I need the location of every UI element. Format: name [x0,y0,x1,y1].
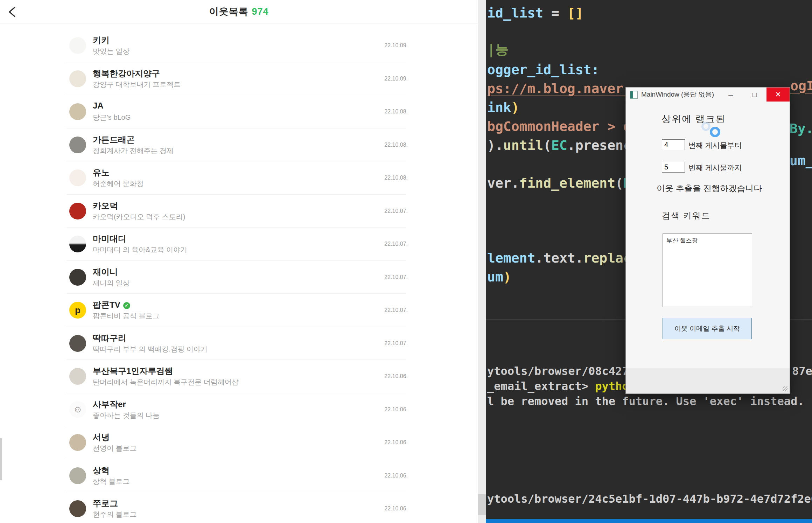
blog-description: 맛있는 일상 [93,47,130,56]
list-item[interactable]: 유노허준헤어 문화청22.10.08. [0,161,478,195]
minimize-button[interactable]: – [723,88,738,102]
list-item[interactable]: 가든드래곤청회계사가 전해주는 경제22.10.08. [0,128,478,162]
code-line: ).until(EC.presenc [487,137,631,153]
blog-description: 상혁 블로그 [93,477,130,486]
avatar [69,103,86,120]
terminal-line: 87eb [792,364,812,378]
blog-name: 쭈로그 [93,498,118,509]
last-post-date: 22.10.09. [384,42,408,49]
verified-badge-icon: ✓ [123,302,130,309]
list-item[interactable]: 재이니재니의 일상22.10.07. [0,261,478,294]
code-line: id_list = [] [487,5,583,21]
avatar [69,368,86,385]
start-email-extract-button[interactable]: 이웃 이메일 추출 시작 [663,318,752,339]
last-post-date: 22.10.06. [384,373,408,379]
code-line: ver.find_element(B [487,175,631,191]
list-title: 이웃목록 [209,6,248,17]
scrollbar-thumb[interactable] [478,494,486,515]
last-post-date: 22.10.06. [384,505,408,512]
window-icon [630,91,638,99]
last-post-date: 22.10.07. [384,208,408,214]
resize-grip-icon[interactable] [783,386,788,391]
last-post-date: 22.10.06. [384,406,408,413]
busy-spinner-icon [710,127,720,137]
blog-description: 당근's bLoG [93,113,131,122]
extract-confirm-text: 이웃 추출을 진행하겠습니다 [657,183,762,194]
maximize-button[interactable]: □ [747,88,762,102]
blog-description: 딱따구리 부부 의 백패킹.캠핑 이야기 [93,344,208,354]
blog-name: 상혁 [93,465,110,476]
code-line: |능 [487,41,509,57]
blog-name: 행복한강아지양구 [93,68,160,79]
code-line: ogI [790,78,812,94]
terminal-line: ytools/browser/24c5e1bf-1d07-447b-b972-4… [487,492,812,506]
avatar: p [69,302,86,319]
blog-name: 재이니 [93,266,118,278]
avatar [69,467,86,484]
list-item[interactable]: 쭈로그현주의 블로그22.10.06. [0,492,478,523]
mainwindow-dialog: MainWindow (응답 없음) – □ ✕ 상위에 랭크된 번째 게시물부… [625,87,790,394]
last-post-date: 22.10.07. [384,241,408,247]
dialog-titlebar[interactable]: MainWindow (응답 없음) – □ ✕ [626,88,790,102]
neighbor-count: 974 [252,6,268,17]
neighbor-list-panel: 이웃목록974 키키맛있는 일상22.10.09.행복한강아지양구강양구 대학보… [0,0,478,523]
blog-description: 허준헤어 문화청 [93,179,144,188]
avatar: ☺ [69,401,86,418]
avatar [69,269,86,286]
neighbor-list: 키키맛있는 일상22.10.09.행복한강아지양구강양구 대학보내기 프로젝트2… [0,29,478,523]
code-line: ogger_id_list: [487,62,599,78]
blog-description: 카오덕(카오디오 덕후 스토리) [93,212,185,222]
terminal-line: ytools/browser/08c427 [487,364,629,378]
close-button[interactable]: ✕ [766,88,790,102]
list-item[interactable]: 마미대디마미대디 의 육아&교육 이야기22.10.07. [0,228,478,261]
code-line: bgCommonHeader > d [487,118,631,134]
list-item[interactable]: ☺사부작er좋아하는 것들의 나눔22.10.06. [0,393,478,426]
last-post-date: 22.10.08. [384,175,408,181]
dialog-status-strip [626,368,790,393]
list-item[interactable]: 부산복구1인자루검쌤탄머리에서 녹은머리까지 복구전문 더럼헤어샵22.10.0… [0,360,478,393]
code-line: By. [790,120,812,137]
busy-spinner-ghost-icon [701,122,710,131]
blog-description: 청회계사가 전해주는 경제 [93,146,174,155]
pane-divider [478,0,486,523]
list-header: 이웃목록974 [0,0,478,23]
blog-name: 사부작er [93,399,126,410]
list-item[interactable]: 서녕선영이 블로그22.10.06. [0,426,478,459]
last-post-date: 22.10.07. [384,307,408,313]
blog-description: 강양구 대학보내기 프로젝트 [93,80,181,89]
list-item[interactable]: 키키맛있는 일상22.10.09. [0,29,478,62]
blog-name: 유노 [93,167,110,178]
last-post-date: 22.10.09. [384,76,408,82]
left-edge-scrollbar[interactable] [0,438,2,480]
list-item[interactable]: 카오덕카오덕(카오디오 덕후 스토리)22.10.07. [0,195,478,228]
list-item[interactable]: 상혁상혁 블로그22.10.06. [0,459,478,493]
search-keyword-label: 검색 키워드 [662,210,710,221]
last-post-date: 22.10.06. [384,439,408,446]
blog-name: 마미대디 [93,233,126,244]
blog-name: JA [93,101,104,111]
list-item[interactable]: p팝콘TV✓팝콘티비 공식 블로그22.10.07. [0,294,478,327]
list-item[interactable]: 딱따구리딱따구리 부부 의 백패킹.캠핑 이야기22.10.07. [0,327,478,360]
avatar [69,335,86,352]
blog-name: 부산복구1인자루검쌤 [93,365,173,377]
last-post-date: 22.10.07. [384,340,408,347]
blog-description: 탄머리에서 녹은머리까지 복구전문 더럼헤어샵 [93,377,239,387]
list-item[interactable]: JA당근's bLoG22.10.08. [0,95,478,128]
blog-description: 선영이 블로그 [93,444,137,453]
blog-description: 팝콘티비 공식 블로그 [93,311,160,321]
avatar [69,500,86,517]
blog-name: 서녕 [93,432,110,443]
code-line: um) [487,269,511,285]
avatar [69,37,86,54]
avatar [69,236,86,252]
to-post-input[interactable] [662,162,685,173]
blog-description: 좋아하는 것들의 나눔 [93,411,160,420]
avatar [69,434,86,451]
blog-name: 팝콘TV✓ [93,299,130,311]
blog-description: 재니의 일상 [93,278,130,288]
terminal-line: l be removed in the future. Use 'exec' i… [487,394,804,408]
search-keyword-textarea[interactable]: 부산 헬스장 [663,233,752,307]
from-post-input[interactable] [662,139,685,150]
last-post-date: 22.10.08. [384,109,408,115]
list-item[interactable]: 행복한강아지양구강양구 대학보내기 프로젝트22.10.09. [0,62,478,96]
